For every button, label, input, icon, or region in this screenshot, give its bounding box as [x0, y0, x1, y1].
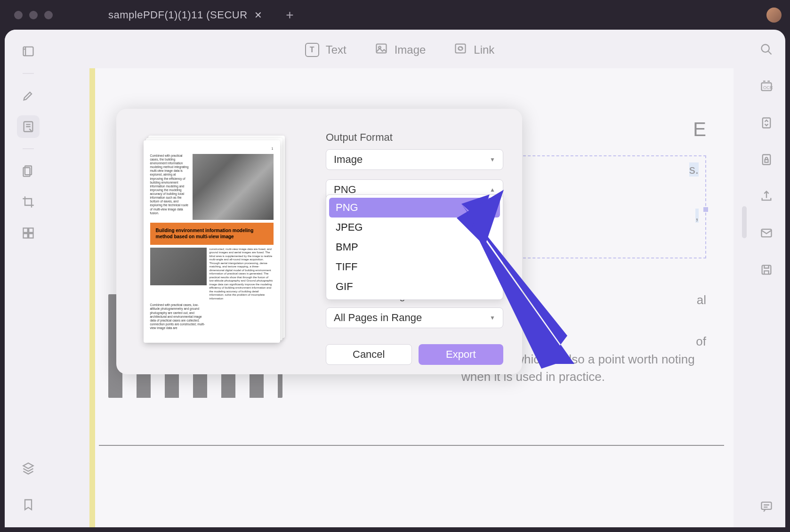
- odd-even-value: All Pages in Range: [334, 312, 422, 324]
- dropdown-option-png[interactable]: PNG: [329, 198, 500, 218]
- preview-page-number: 1: [272, 147, 274, 151]
- app-body: OCR T Text Image Link E s. ,: [5, 30, 785, 527]
- odd-even-select[interactable]: All Pages in Range ▼: [326, 307, 503, 328]
- export-preview-panel: 1 Combined with practical cases, the bui…: [116, 109, 307, 374]
- preview-image-2: [150, 248, 207, 285]
- chevron-up-icon: ▲: [490, 186, 495, 193]
- dropdown-option-bmp[interactable]: BMP: [329, 237, 500, 257]
- page-preview: 1 Combined with practical cases, the bui…: [144, 140, 280, 343]
- document-tab[interactable]: samplePDF(1)(1)11 (SECUR ✕: [100, 4, 271, 26]
- output-format-value: Image: [334, 153, 363, 166]
- chevron-down-icon: ▼: [490, 156, 495, 163]
- dropdown-option-jpeg[interactable]: JPEG: [329, 218, 500, 237]
- chevron-down-icon: ▼: [490, 314, 495, 321]
- preview-title-block: Building environment information modelin…: [150, 223, 274, 245]
- export-button[interactable]: Export: [419, 344, 504, 365]
- window-controls: [14, 11, 53, 19]
- new-tab-button[interactable]: +: [286, 8, 293, 23]
- close-tab-icon[interactable]: ✕: [254, 9, 263, 21]
- maximize-window-button[interactable]: [44, 11, 53, 19]
- user-avatar[interactable]: [766, 8, 782, 23]
- dropdown-option-gif[interactable]: GIF: [329, 277, 500, 297]
- preview-text-3: Combined with practical cases, low-altit…: [150, 303, 207, 330]
- image-format-dropdown: PNG JPEG BMP TIFF GIF: [326, 194, 503, 300]
- page-preview-stack: 1 Combined with practical cases, the bui…: [144, 140, 280, 343]
- output-format-select[interactable]: Image ▼: [326, 149, 503, 170]
- window-titlebar: samplePDF(1)(1)11 (SECUR ✕ +: [0, 0, 790, 30]
- preview-text-1: Combined with practical cases, the build…: [150, 154, 190, 220]
- tab-bar: samplePDF(1)(1)11 (SECUR ✕ +: [100, 4, 293, 26]
- minimize-window-button[interactable]: [29, 11, 38, 19]
- dropdown-option-tiff[interactable]: TIFF: [329, 257, 500, 277]
- export-dialog: 1 Combined with practical cases, the bui…: [116, 109, 522, 374]
- output-format-label: Output Format: [326, 131, 503, 144]
- close-window-button[interactable]: [14, 11, 23, 19]
- preview-text-2: constructed; multi-view image data are f…: [210, 248, 274, 301]
- export-form-panel: Output Format Image ▼ PNG ▲ PNG JPEG BMP…: [307, 109, 522, 374]
- tab-title: samplePDF(1)(1)11 (SECUR: [108, 9, 248, 21]
- preview-image-1: [193, 154, 274, 220]
- cancel-button[interactable]: Cancel: [326, 344, 412, 365]
